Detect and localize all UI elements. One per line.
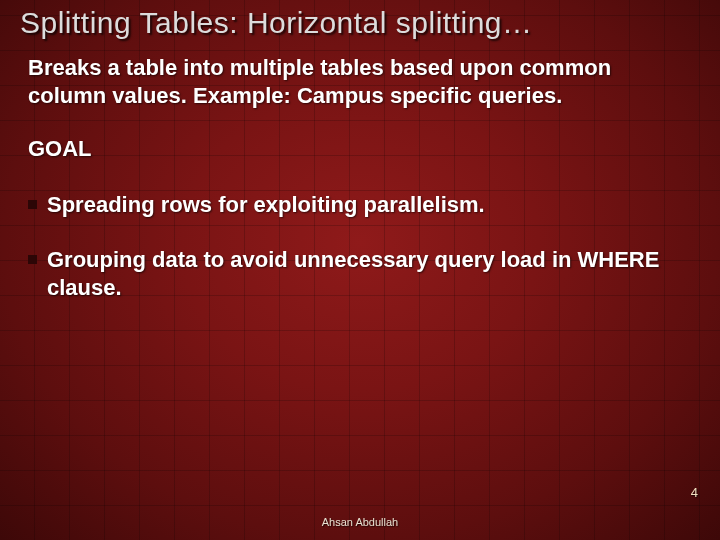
bullet-item: Spreading rows for exploiting parallelis…: [28, 191, 692, 219]
square-bullet-icon: [28, 200, 37, 209]
bullet-text: Grouping data to avoid unnecessary query…: [47, 246, 692, 301]
goal-heading: GOAL: [28, 135, 692, 163]
slide-body: Breaks a table into multiple tables base…: [28, 54, 692, 329]
author-footer: Ahsan Abdullah: [0, 516, 720, 528]
square-bullet-icon: [28, 255, 37, 264]
bullet-text: Spreading rows for exploiting parallelis…: [47, 191, 692, 219]
slide-title: Splitting Tables: Horizontal splitting…: [20, 6, 700, 40]
bullet-item: Grouping data to avoid unnecessary query…: [28, 246, 692, 301]
page-number: 4: [691, 485, 698, 500]
intro-paragraph: Breaks a table into multiple tables base…: [28, 54, 692, 109]
slide: Splitting Tables: Horizontal splitting… …: [0, 0, 720, 540]
